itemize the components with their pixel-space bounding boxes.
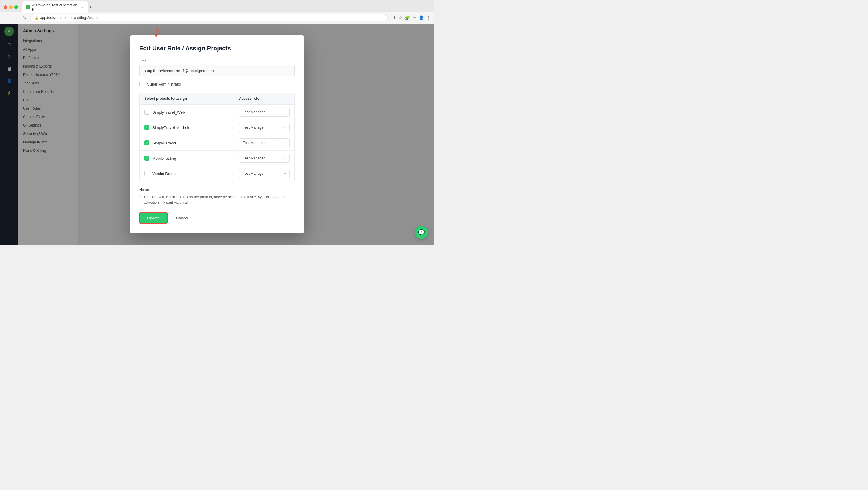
bookmark-icon[interactable]: ☆ xyxy=(398,16,402,20)
col-role: Access role xyxy=(234,93,294,104)
role-dropdown-3[interactable]: Test Manager ▾ xyxy=(239,138,290,147)
new-tab-button[interactable]: + xyxy=(89,4,92,10)
role-dropdown-4[interactable]: Test Manager ▾ xyxy=(239,154,290,163)
refresh-button[interactable]: ↻ xyxy=(22,15,28,21)
super-admin-checkbox[interactable] xyxy=(139,82,144,87)
project-name-1: SimplyTravel_Web xyxy=(152,110,185,115)
role-cell-1: Test Manager ▾ xyxy=(234,108,294,117)
table-header: Select projects to assign Access role xyxy=(140,93,294,104)
table-row: ✓ MobileTesting Test Manager ▾ xyxy=(140,151,294,166)
project-cell-5: VersionDemo xyxy=(140,171,234,176)
col-project: Select projects to assign xyxy=(140,93,234,104)
project-cell-2: ✓ SimplyTravel_Android xyxy=(140,125,234,130)
table-row: ✓ Simply-Travel Test Manager ▾ xyxy=(140,135,294,151)
chevron-down-icon: ▾ xyxy=(284,172,286,175)
back-button[interactable]: ← xyxy=(4,15,10,21)
table-row: ✓ SimplyTravel_Android Test Manager ▾ xyxy=(140,120,294,135)
chevron-down-icon: ▾ xyxy=(284,157,286,160)
sidebar-toggle-icon[interactable]: ▭ xyxy=(412,16,416,20)
window-controls xyxy=(4,5,18,9)
update-button[interactable]: Update xyxy=(139,212,167,224)
project-name-3: Simply-Travel xyxy=(152,141,176,145)
email-label: Email xyxy=(139,59,295,63)
chevron-down-icon: ▾ xyxy=(284,126,286,129)
svg-line-2 xyxy=(156,28,159,32)
role-value-2: Test Manager xyxy=(243,125,265,130)
tab-title: AI Powered Test Automation P xyxy=(32,3,80,11)
project-name-4: MobileTesting xyxy=(152,156,176,161)
forward-button[interactable]: → xyxy=(13,15,19,21)
role-value-3: Test Manager xyxy=(243,141,265,145)
project-cell-3: ✓ Simply-Travel xyxy=(140,141,234,145)
role-cell-3: Test Manager ▾ xyxy=(234,138,294,147)
chevron-down-icon: ▾ xyxy=(284,111,286,114)
minimize-window-button[interactable] xyxy=(9,5,13,9)
edit-user-role-modal: Edit User Role / Assign Projects Email s… xyxy=(130,35,304,233)
role-dropdown-1[interactable]: Test Manager ▾ xyxy=(239,108,290,117)
note-list: The user will be able to access the prod… xyxy=(139,194,295,205)
project-name-5: VersionDemo xyxy=(152,172,176,176)
share-icon[interactable]: ⬆ xyxy=(393,16,396,20)
project-checkbox-4[interactable]: ✓ xyxy=(144,156,149,161)
table-row: SimplyTravel_Web Test Manager ▾ xyxy=(140,104,294,120)
svg-marker-1 xyxy=(154,34,158,38)
url-text: app.testsigma.com/ui/settings/users xyxy=(40,16,98,20)
security-icon: 🔒 xyxy=(35,16,38,20)
project-cell-4: ✓ MobileTesting xyxy=(140,156,234,161)
browser-toolbar: ⬆ ☆ 🧩 ▭ 👤 ⋮ xyxy=(393,16,430,20)
modal-title: Edit User Role / Assign Projects xyxy=(139,45,295,52)
note-section: Note: The user will be able to access th… xyxy=(139,187,295,205)
role-cell-5: Test Manager ▾ xyxy=(234,169,294,178)
super-admin-label: Super Administrator xyxy=(147,82,181,87)
role-dropdown-2[interactable]: Test Manager ▾ xyxy=(239,123,290,132)
tab-favicon: T xyxy=(26,5,30,9)
address-bar[interactable]: 🔒 app.testsigma.com/ui/settings/users xyxy=(30,14,388,21)
project-checkbox-3[interactable]: ✓ xyxy=(144,141,149,145)
tab-bar: T AI Powered Test Automation P ✕ + xyxy=(0,0,434,12)
super-admin-row: Super Administrator xyxy=(139,82,295,87)
projects-table: Select projects to assign Access role Si… xyxy=(139,93,295,181)
modal-overlay: Edit User Role / Assign Projects Email s… xyxy=(0,24,434,245)
address-bar-row: ← → ↻ 🔒 app.testsigma.com/ui/settings/us… xyxy=(0,12,434,24)
close-tab-button[interactable]: ✕ xyxy=(82,6,84,9)
role-value-4: Test Manager xyxy=(243,156,265,160)
role-value-1: Test Manager xyxy=(243,110,265,114)
email-field: sangith.ravichandran+1@testsigma.com xyxy=(139,65,295,76)
project-checkbox-1[interactable] xyxy=(144,110,149,115)
cancel-button[interactable]: Cancel xyxy=(171,213,193,223)
maximize-window-button[interactable] xyxy=(14,5,18,9)
role-cell-4: Test Manager ▾ xyxy=(234,154,294,163)
project-checkbox-2[interactable]: ✓ xyxy=(144,125,149,130)
chat-widget-button[interactable]: 💬 xyxy=(415,226,428,239)
table-row: VersionDemo Test Manager ▾ xyxy=(140,166,294,181)
close-window-button[interactable] xyxy=(4,5,7,9)
note-item: The user will be able to access the prod… xyxy=(139,194,295,205)
chevron-down-icon: ▾ xyxy=(284,141,286,145)
project-name-2: SimplyTravel_Android xyxy=(152,125,190,130)
active-tab[interactable]: T AI Powered Test Automation P ✕ xyxy=(22,1,88,13)
arrow-annotation xyxy=(150,26,162,38)
extensions-icon[interactable]: 🧩 xyxy=(405,16,410,20)
profile-icon[interactable]: 👤 xyxy=(418,16,424,20)
menu-icon[interactable]: ⋮ xyxy=(426,16,430,20)
browser-chrome: T AI Powered Test Automation P ✕ + ← → ↻… xyxy=(0,0,434,24)
action-buttons: Update Cancel xyxy=(139,212,295,224)
project-checkbox-5[interactable] xyxy=(144,171,149,176)
role-cell-2: Test Manager ▾ xyxy=(234,123,294,132)
role-value-5: Test Manager xyxy=(243,172,265,176)
project-cell-1: SimplyTravel_Web xyxy=(140,110,234,115)
note-title: Note: xyxy=(139,187,295,192)
role-dropdown-5[interactable]: Test Manager ▾ xyxy=(239,169,290,178)
